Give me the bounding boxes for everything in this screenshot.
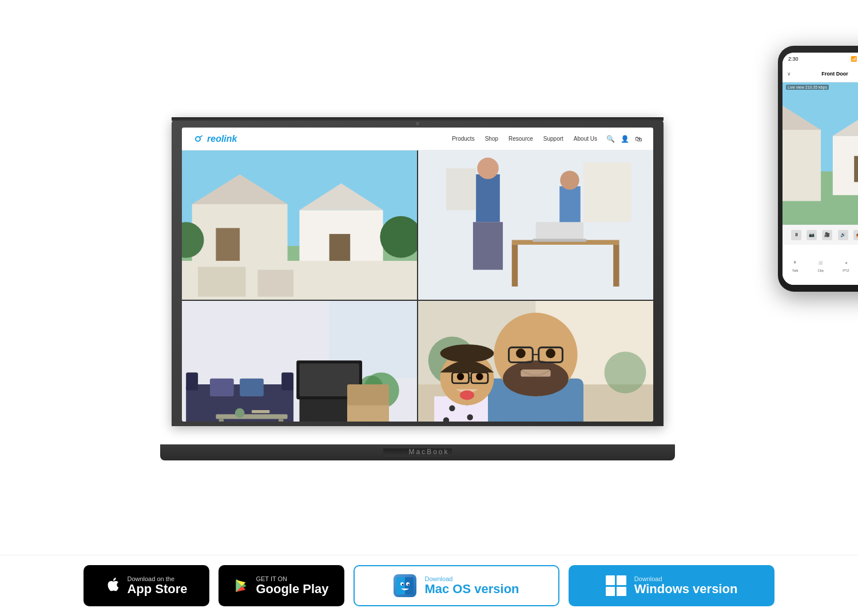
app-store-subtitle: Download on the	[127, 575, 187, 582]
main-content: reolink Products Shop Resource Support A…	[0, 0, 858, 555]
clip-icon: ⬜	[816, 257, 826, 268]
nav-about[interactable]: About Us	[574, 136, 597, 142]
phone-share-btn[interactable]: 📤	[853, 230, 858, 240]
svg-line-1	[200, 136, 202, 137]
talk-label: Talk	[792, 269, 799, 272]
phone-camera-view: Live view 210.35 kbps	[782, 82, 858, 225]
windows-button[interactable]: Download Windows version	[569, 565, 774, 606]
finder-icon	[394, 574, 416, 597]
svg-rect-89	[405, 577, 414, 594]
mac-os-button[interactable]: Download Mac OS version	[353, 565, 559, 606]
phone-live-label: Live view 210.35 kbps	[786, 85, 829, 90]
reolink-logo-icon	[193, 133, 205, 145]
win-pane-2	[617, 575, 626, 585]
windows-subtitle: Download	[634, 575, 738, 582]
nav-icons: 🔍 👤 🛍	[606, 135, 642, 143]
camera-cell-2	[418, 150, 653, 300]
phone-back-icon[interactable]: ∨	[787, 71, 791, 77]
camera-grid	[182, 150, 653, 422]
svg-rect-88	[396, 577, 405, 594]
svg-point-76	[440, 344, 494, 362]
nav-support[interactable]: Support	[543, 136, 563, 142]
website-navbar: reolink Products Shop Resource Support A…	[182, 128, 653, 150]
phone-bottom-icons: 🎙 Talk ⬜ Clip ✕ PTZ ⟳ P	[782, 257, 858, 272]
svg-rect-19	[559, 186, 581, 228]
ptz-label: PTZ	[843, 269, 849, 272]
phone-ptz-btn[interactable]: ✕ PTZ	[841, 257, 851, 272]
webcam-dot	[416, 122, 419, 125]
nav-shop[interactable]: Shop	[485, 136, 498, 142]
account-icon[interactable]: 👤	[621, 135, 629, 143]
svg-rect-9	[329, 234, 351, 264]
win-pane-4	[617, 587, 626, 597]
search-icon[interactable]: 🔍	[606, 135, 615, 143]
svg-point-74	[476, 373, 483, 380]
google-play-title: Google Play	[256, 582, 328, 596]
phone-pause-btn[interactable]: ⏸	[791, 230, 801, 240]
nav-products[interactable]: Products	[452, 136, 474, 142]
svg-rect-25	[533, 239, 586, 241]
svg-rect-22	[512, 245, 518, 287]
svg-point-73	[457, 373, 464, 380]
svg-point-93	[408, 584, 410, 586]
cart-icon[interactable]: 🛍	[635, 135, 642, 143]
camera-cell-3	[182, 301, 417, 422]
phone-device: 2:30 📶 WiFi ▊▊▊ ∨ Front Door ⊞	[778, 46, 858, 292]
laptop-device: reolink Products Shop Resource Support A…	[172, 117, 686, 460]
windows-icon	[606, 575, 626, 596]
screen-content: reolink Products Shop Resource Support A…	[182, 128, 653, 422]
nav-resource[interactable]: Resource	[509, 136, 533, 142]
svg-rect-79	[782, 130, 821, 201]
svg-point-53	[605, 352, 646, 394]
svg-rect-24	[536, 222, 583, 240]
svg-rect-13	[198, 267, 245, 296]
svg-rect-26	[583, 162, 631, 222]
svg-point-61	[546, 348, 555, 358]
phone-talk-btn[interactable]: 🎙 Talk	[790, 257, 800, 272]
clip-label: Clip	[817, 269, 823, 272]
phone-controls-row: ⏸ 📷 🎥 🔊 📤 ⤢	[782, 225, 858, 245]
svg-point-92	[402, 584, 404, 586]
windows-text: Download Windows version	[634, 575, 738, 596]
phone-snapshot-btn[interactable]: 📷	[807, 230, 817, 240]
svg-rect-39	[252, 410, 269, 413]
nav-links: Products Shop Resource Support About Us	[452, 136, 597, 142]
phone-mic-btn[interactable]: 🔊	[838, 230, 848, 240]
google-play-button[interactable]: GET IT ON Google Play	[219, 565, 344, 606]
google-play-logo	[234, 578, 250, 594]
svg-rect-84	[854, 156, 858, 182]
windows-title: Windows version	[634, 582, 738, 596]
svg-rect-6	[216, 228, 240, 264]
phone-record-btn[interactable]: 🎥	[822, 230, 832, 240]
cam3-scene	[182, 301, 417, 422]
download-bar: Download on the App Store GET IT ON Goog…	[0, 555, 858, 616]
laptop-screen: reolink Products Shop Resource Support A…	[182, 128, 653, 422]
phone-body: 2:30 📶 WiFi ▊▊▊ ∨ Front Door ⊞	[778, 46, 858, 292]
svg-point-60	[516, 348, 526, 358]
camera-cell-4	[418, 301, 653, 422]
phone-clip-btn[interactable]: ⬜ Clip	[816, 257, 826, 272]
phone-status-bar: 2:30 📶 WiFi ▊▊▊	[782, 53, 858, 65]
svg-rect-14	[257, 270, 293, 297]
app-store-text: Download on the App Store	[127, 575, 187, 596]
svg-point-64	[449, 405, 455, 411]
phone-time: 2:30	[788, 56, 799, 62]
laptop-hinge	[172, 117, 664, 121]
app-store-button[interactable]: Download on the App Store	[84, 565, 209, 606]
google-play-text: GET IT ON Google Play	[256, 575, 328, 596]
reolink-logo-text: reolink	[207, 134, 237, 144]
app-store-title: App Store	[127, 582, 187, 596]
phone-camera-title: Front Door	[821, 71, 848, 77]
svg-point-20	[560, 170, 579, 189]
google-play-subtitle: GET IT ON	[256, 575, 328, 582]
svg-rect-36	[219, 419, 224, 422]
phone-camera-scene	[782, 82, 858, 225]
svg-point-75	[460, 390, 474, 400]
camera-cell-1	[182, 150, 417, 300]
svg-point-67	[467, 414, 472, 420]
phone-navbar: ∨ Front Door ⊞	[782, 65, 858, 82]
svg-rect-16	[476, 174, 500, 222]
svg-rect-31	[186, 372, 198, 390]
svg-point-38	[235, 408, 245, 418]
mac-os-text: Download Mac OS version	[424, 575, 519, 596]
